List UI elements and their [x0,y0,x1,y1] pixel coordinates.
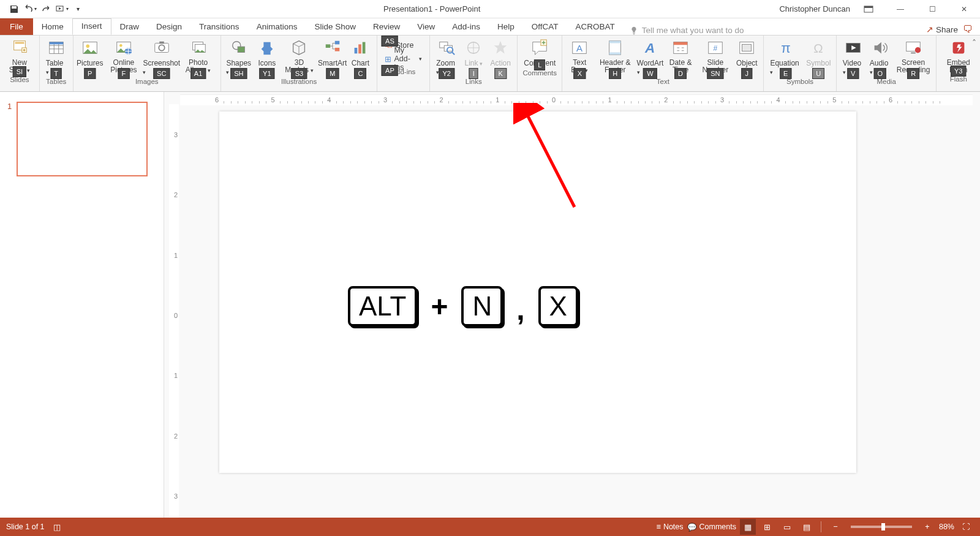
shapes-button[interactable]: Shapes ▾ SH [225,37,253,77]
title-right: Christopher Duncan — ☐ ✕ [779,1,980,18]
redo-icon[interactable] [39,2,53,16]
undo-icon[interactable]: ▾ [23,2,37,16]
3d-models-button[interactable]: 3D Models ▾ S3 [281,37,317,77]
slide-indicator[interactable]: Slide 1 of 1 [6,523,45,531]
zoom-slider[interactable] [851,526,912,528]
tab-view[interactable]: View [409,20,443,35]
screen-recording-button[interactable]: Screen Recording R [894,37,933,77]
horizontal-ruler[interactable]: 6543210123456 [180,94,973,105]
reading-view-icon[interactable]: ▭ [779,519,795,535]
pictures-button[interactable]: Pictures P [77,37,103,77]
tell-me-search[interactable]: Tell me what you want to do [630,26,926,35]
save-icon[interactable] [7,2,21,16]
text-box-button[interactable]: A Text Box ▾ X [566,37,593,77]
tab-file[interactable]: File [0,18,33,35]
tab-home[interactable]: Home [33,20,72,35]
slide-number-button[interactable]: # Slide Number SN [698,37,733,77]
cube-icon [289,38,309,58]
slide-thumbnails-pane[interactable]: 1 [0,92,164,518]
svg-text:A: A [644,40,655,56]
svg-rect-24 [359,44,362,53]
svg-rect-21 [334,41,339,45]
slide[interactable]: ALT + N , X [219,111,856,473]
tab-draw[interactable]: Draw [111,20,148,35]
embed-flash-button[interactable]: Embed Flash Y3 [940,37,976,75]
header-footer-button[interactable]: Header & Footer H [594,37,636,77]
object-button[interactable]: Object J [734,37,760,77]
screenshot-button[interactable]: Screenshot ▾ SC [145,37,178,77]
video-button[interactable]: Video ▾ V [840,37,866,77]
svg-rect-4 [15,42,24,44]
zoom-level[interactable]: 88% [939,523,954,531]
ribbon-display-icon[interactable] [855,1,882,18]
quick-access-toolbar: ▾ ▾ ▾ [0,2,85,16]
svg-text:#: # [713,44,717,53]
share-button[interactable]: ↗Share [926,25,958,34]
workspace: 1 6543210123456 ALT + N , X [0,92,980,518]
tab-design[interactable]: Design [148,20,190,35]
icons-button[interactable]: Icons Y1 [254,37,280,77]
user-name[interactable]: Christopher Duncan [779,4,850,13]
zoom-in-icon[interactable]: + [919,519,935,535]
photo-album-button[interactable]: Photo Album ▾ A1 [179,37,216,77]
notes-button[interactable]: ≡ Notes [657,519,684,535]
minimize-icon[interactable]: — [887,1,914,18]
new-slide-icon [10,38,29,58]
close-icon[interactable]: ✕ [951,1,978,18]
comment-button[interactable]: Comment L [521,37,558,69]
x-keycap: X [538,286,578,327]
slide-canvas-area[interactable]: 6543210123456 ALT + N , X [164,92,980,518]
group-symbols: π Equation ▾ E Ω Symbol U Symbols [764,36,836,91]
date-time-button[interactable]: Date & Time D [665,37,697,77]
tab-help[interactable]: Help [489,20,523,35]
action-button: Action K [488,37,513,77]
table-button[interactable]: Table ▾ T [43,37,69,77]
action-icon [491,38,510,58]
accessibility-icon[interactable]: ◫ [53,523,61,532]
group-images: Pictures P Online Pictures F Screenshot … [74,36,221,91]
vertical-ruler[interactable]: 3210123 [169,104,179,518]
fit-to-window-icon[interactable]: ⛶ [958,519,974,535]
online-pictures-button[interactable]: Online Pictures F [104,37,143,77]
tab-insert[interactable]: Insert [72,18,111,35]
tab-acrobat[interactable]: ACROBAT [567,20,624,35]
tab-review[interactable]: Review [364,20,409,35]
qat-customize-icon[interactable]: ▾ [71,2,85,16]
svg-rect-19 [238,47,244,52]
ribbon-tabs: File Home Insert Draw Design Transitions… [0,18,980,36]
svg-rect-35 [609,53,621,55]
start-from-beginning-icon[interactable]: ▾ [55,2,69,16]
wordart-button[interactable]: A WordArt ▾ W [637,37,663,77]
slide-sorter-icon[interactable]: ⊞ [760,519,775,535]
alt-keycap: ALT [348,286,417,327]
tab-animations[interactable]: Animations [248,20,306,35]
pictures-icon [80,38,100,58]
equation-button[interactable]: π Equation ▾ E [767,37,804,77]
tab-slideshow[interactable]: Slide Show [306,20,364,35]
zoom-out-icon[interactable]: − [827,519,843,535]
smartart-button[interactable]: SmartArt M [318,37,346,77]
comments-button[interactable]: 💬 Comments [687,519,736,535]
tab-transitions[interactable]: Transitions [190,20,248,35]
group-slides: New Slide ▾ SI Slides [0,36,40,91]
plus-symbol: + [431,290,448,323]
normal-view-icon[interactable]: ▦ [740,519,756,535]
group-illustrations: Shapes ▾ SH Icons Y1 3D Models ▾ S3 Smar… [221,36,378,91]
tab-addins[interactable]: Add-ins [443,20,489,35]
my-addins-button[interactable]: ⊞My Add-ins ▾ [385,53,422,65]
new-slide-button[interactable]: New Slide ▾ SI [4,37,36,75]
maximize-icon[interactable]: ☐ [919,1,946,18]
zoom-button[interactable]: Zoom ▾ Y2 [434,37,459,77]
slide-thumbnail-1[interactable] [17,102,148,176]
tab-offcat[interactable]: OffCAT [523,20,567,35]
video-icon [843,38,863,58]
comments-pane-icon[interactable]: 🗨 [963,24,973,35]
window-title: Presentation1 - PowerPoint [85,4,779,13]
slideshow-view-icon[interactable]: ▤ [799,519,815,535]
svg-text:A: A [576,43,582,53]
group-tables: Table ▾ T Tables [40,36,74,91]
chart-button[interactable]: Chart C [347,37,373,77]
collapse-ribbon-icon[interactable]: ˄ [972,38,976,48]
symbol-icon: Ω [809,38,828,58]
audio-button[interactable]: Audio ▾ O [867,37,893,77]
